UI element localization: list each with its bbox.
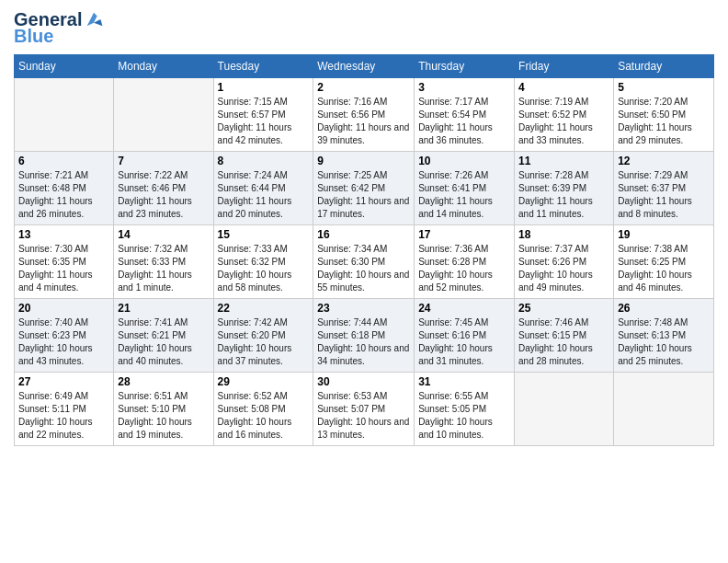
calendar-cell: 23Sunrise: 7:44 AMSunset: 6:18 PMDayligh… [313,299,415,373]
day-number: 6 [18,155,109,167]
day-info: Sunrise: 7:20 AMSunset: 6:50 PMDaylight:… [618,96,710,147]
day-info: Sunrise: 7:34 AMSunset: 6:30 PMDaylight:… [317,243,410,294]
day-info: Sunrise: 7:22 AMSunset: 6:46 PMDaylight:… [118,169,209,221]
calendar-cell: 6Sunrise: 7:21 AMSunset: 6:48 PMDaylight… [15,152,114,225]
day-number: 25 [518,302,609,315]
day-info: Sunrise: 7:30 AMSunset: 6:35 PMDaylight:… [18,243,109,294]
day-number: 15 [218,228,310,241]
calendar-cell: 19Sunrise: 7:38 AMSunset: 6:25 PMDayligh… [614,225,714,299]
day-info: Sunrise: 7:15 AMSunset: 6:57 PMDaylight:… [218,96,310,147]
day-number: 20 [18,302,109,315]
day-number: 3 [418,81,510,94]
calendar-cell: 29Sunrise: 6:52 AMSunset: 5:08 PMDayligh… [213,373,313,446]
day-number: 21 [118,302,209,315]
day-info: Sunrise: 7:48 AMSunset: 6:13 PMDaylight:… [618,316,710,368]
calendar-cell: 13Sunrise: 7:30 AMSunset: 6:35 PMDayligh… [15,225,114,299]
day-number: 5 [618,81,710,94]
day-info: Sunrise: 6:49 AMSunset: 5:11 PMDaylight:… [18,390,109,442]
day-number: 11 [518,155,609,167]
day-number: 7 [118,155,209,167]
day-number: 14 [118,228,209,241]
day-number: 9 [317,155,410,167]
day-of-week-friday: Friday [515,55,614,78]
calendar-cell: 16Sunrise: 7:34 AMSunset: 6:30 PMDayligh… [313,225,415,299]
calendar-cell: 27Sunrise: 6:49 AMSunset: 5:11 PMDayligh… [15,373,114,446]
day-number: 1 [218,81,310,94]
calendar-week-4: 20Sunrise: 7:40 AMSunset: 6:23 PMDayligh… [15,299,714,373]
page: General Blue SundayMondayTuesdayWednesda… [0,0,728,563]
day-info: Sunrise: 7:36 AMSunset: 6:28 PMDaylight:… [418,243,510,294]
calendar-table: SundayMondayTuesdayWednesdayThursdayFrid… [14,54,714,446]
day-info: Sunrise: 7:37 AMSunset: 6:26 PMDaylight:… [518,243,609,294]
calendar-cell [515,373,614,446]
day-number: 31 [418,375,510,388]
day-info: Sunrise: 6:53 AMSunset: 5:07 PMDaylight:… [317,390,410,442]
day-number: 8 [218,155,310,167]
day-number: 13 [18,228,109,241]
calendar-cell: 4Sunrise: 7:19 AMSunset: 6:52 PMDaylight… [515,78,614,152]
svg-marker-1 [94,19,103,26]
day-info: Sunrise: 7:29 AMSunset: 6:37 PMDaylight:… [618,169,710,221]
calendar-cell: 25Sunrise: 7:46 AMSunset: 6:15 PMDayligh… [515,299,614,373]
calendar-cell: 10Sunrise: 7:26 AMSunset: 6:41 PMDayligh… [415,152,515,225]
day-of-week-saturday: Saturday [614,55,714,78]
calendar-cell: 24Sunrise: 7:45 AMSunset: 6:16 PMDayligh… [415,299,515,373]
calendar-cell: 9Sunrise: 7:25 AMSunset: 6:42 PMDaylight… [313,152,415,225]
day-of-week-sunday: Sunday [15,55,114,78]
day-info: Sunrise: 6:51 AMSunset: 5:10 PMDaylight:… [118,390,209,442]
calendar-cell: 12Sunrise: 7:29 AMSunset: 6:37 PMDayligh… [614,152,714,225]
logo-icon [84,9,104,29]
calendar-cell: 8Sunrise: 7:24 AMSunset: 6:44 PMDaylight… [213,152,313,225]
calendar-week-1: 1Sunrise: 7:15 AMSunset: 6:57 PMDaylight… [15,78,714,152]
day-info: Sunrise: 7:26 AMSunset: 6:41 PMDaylight:… [418,169,510,221]
calendar-cell: 3Sunrise: 7:17 AMSunset: 6:54 PMDaylight… [415,78,515,152]
day-number: 2 [317,81,410,94]
header: General Blue [14,9,714,47]
calendar-cell: 31Sunrise: 6:55 AMSunset: 5:05 PMDayligh… [415,373,515,446]
calendar-week-5: 27Sunrise: 6:49 AMSunset: 5:11 PMDayligh… [15,373,714,446]
day-number: 22 [218,302,310,315]
day-info: Sunrise: 7:42 AMSunset: 6:20 PMDaylight:… [218,316,310,368]
day-info: Sunrise: 6:52 AMSunset: 5:08 PMDaylight:… [218,390,310,442]
calendar-cell: 18Sunrise: 7:37 AMSunset: 6:26 PMDayligh… [515,225,614,299]
calendar-header-row: SundayMondayTuesdayWednesdayThursdayFrid… [15,55,714,78]
day-info: Sunrise: 7:44 AMSunset: 6:18 PMDaylight:… [317,316,410,368]
day-number: 23 [317,302,410,315]
calendar-cell: 14Sunrise: 7:32 AMSunset: 6:33 PMDayligh… [114,225,213,299]
day-number: 10 [418,155,510,167]
calendar-cell: 15Sunrise: 7:33 AMSunset: 6:32 PMDayligh… [213,225,313,299]
calendar-cell [114,78,213,152]
day-number: 4 [518,81,609,94]
day-info: Sunrise: 7:21 AMSunset: 6:48 PMDaylight:… [18,169,109,221]
day-info: Sunrise: 7:24 AMSunset: 6:44 PMDaylight:… [218,169,310,221]
day-number: 24 [418,302,510,315]
day-number: 18 [518,228,609,241]
calendar-cell: 21Sunrise: 7:41 AMSunset: 6:21 PMDayligh… [114,299,213,373]
calendar-cell [614,373,714,446]
day-info: Sunrise: 7:17 AMSunset: 6:54 PMDaylight:… [418,96,510,147]
calendar-cell: 1Sunrise: 7:15 AMSunset: 6:57 PMDaylight… [213,78,313,152]
day-number: 12 [618,155,710,167]
calendar-cell [15,78,114,152]
calendar-week-3: 13Sunrise: 7:30 AMSunset: 6:35 PMDayligh… [15,225,714,299]
day-info: Sunrise: 7:38 AMSunset: 6:25 PMDaylight:… [618,243,710,294]
day-number: 17 [418,228,510,241]
day-info: Sunrise: 7:28 AMSunset: 6:39 PMDaylight:… [518,169,609,221]
calendar-cell: 2Sunrise: 7:16 AMSunset: 6:56 PMDaylight… [313,78,415,152]
calendar-cell: 20Sunrise: 7:40 AMSunset: 6:23 PMDayligh… [15,299,114,373]
calendar-cell: 28Sunrise: 6:51 AMSunset: 5:10 PMDayligh… [114,373,213,446]
day-info: Sunrise: 7:32 AMSunset: 6:33 PMDaylight:… [118,243,209,294]
day-info: Sunrise: 6:55 AMSunset: 5:05 PMDaylight:… [418,390,510,442]
day-number: 28 [118,375,209,388]
day-info: Sunrise: 7:45 AMSunset: 6:16 PMDaylight:… [418,316,510,368]
day-number: 27 [18,375,109,388]
day-of-week-wednesday: Wednesday [313,55,415,78]
logo: General Blue [14,9,104,47]
calendar-cell: 22Sunrise: 7:42 AMSunset: 6:20 PMDayligh… [213,299,313,373]
day-info: Sunrise: 7:16 AMSunset: 6:56 PMDaylight:… [317,96,410,147]
day-of-week-thursday: Thursday [415,55,515,78]
day-info: Sunrise: 7:46 AMSunset: 6:15 PMDaylight:… [518,316,609,368]
calendar-cell: 17Sunrise: 7:36 AMSunset: 6:28 PMDayligh… [415,225,515,299]
day-info: Sunrise: 7:25 AMSunset: 6:42 PMDaylight:… [317,169,410,221]
calendar-cell: 30Sunrise: 6:53 AMSunset: 5:07 PMDayligh… [313,373,415,446]
